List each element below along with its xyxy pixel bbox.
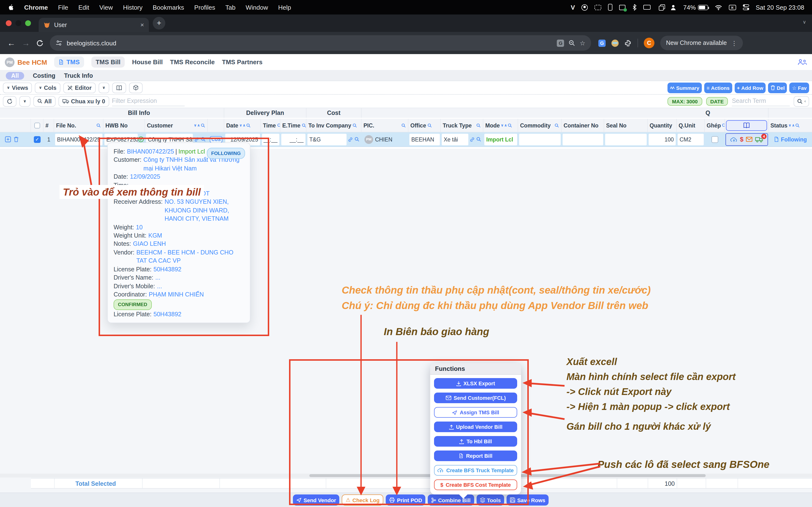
cost-icon[interactable]: $: [740, 136, 743, 143]
actions-button[interactable]: ≡Actions: [704, 82, 732, 93]
to-hbl-bill-button[interactable]: To Hbl Bill: [434, 436, 517, 447]
editor-button[interactable]: Editor: [63, 82, 95, 93]
col-commodity[interactable]: Commodity: [518, 119, 562, 132]
search-icon[interactable]: [476, 137, 481, 142]
tab-search-chevron-icon[interactable]: ∨: [803, 19, 806, 24]
subtab-costing[interactable]: Costing: [33, 72, 55, 79]
reload-icon[interactable]: [36, 39, 44, 47]
cell-quantity[interactable]: 100: [648, 132, 677, 146]
minimize-window-button[interactable]: [15, 20, 21, 26]
battery-indicator[interactable]: 74%: [683, 4, 708, 11]
menu-help[interactable]: Help: [278, 4, 291, 11]
add-icon[interactable]: [5, 136, 11, 143]
control-center-icon[interactable]: [743, 4, 749, 10]
record-icon[interactable]: [582, 4, 588, 10]
menu-window[interactable]: Window: [246, 4, 268, 11]
menu-view[interactable]: View: [99, 4, 113, 11]
check-log-button[interactable]: ⚠Check Log: [342, 495, 384, 506]
col-date[interactable]: Date∨∧: [224, 119, 261, 132]
cell-status[interactable]: Following: [768, 132, 812, 146]
cell-time[interactable]: __:__: [261, 132, 280, 146]
zoom-out-icon[interactable]: [569, 40, 575, 46]
add-row-button[interactable]: +Add Row: [734, 82, 766, 93]
tab-tms[interactable]: TMS: [54, 56, 84, 68]
create-bfs-truck-template-button[interactable]: Create BFS Truck Template: [434, 465, 517, 475]
brand[interactable]: PM Bee HCM: [5, 57, 47, 67]
search-term-input[interactable]: [732, 96, 790, 106]
cell-container-no[interactable]: [562, 132, 604, 146]
col-status[interactable]: Status∨∧: [768, 119, 812, 132]
more-menu-icon[interactable]: ⋮: [731, 39, 737, 47]
tools-button[interactable]: Tools: [476, 495, 504, 506]
translate-page-icon[interactable]: G: [557, 39, 564, 47]
google-translate-extension-icon[interactable]: G: [598, 39, 606, 47]
wifi-icon[interactable]: [715, 5, 722, 10]
forward-icon[interactable]: →: [22, 39, 30, 47]
extensions-puzzle-icon[interactable]: [624, 39, 632, 47]
refresh-button[interactable]: [3, 96, 16, 107]
menu-profiles[interactable]: Profiles: [194, 4, 215, 11]
print-pod-button[interactable]: Print POD: [386, 495, 425, 506]
col-customer[interactable]: Customer∨∧: [145, 119, 208, 132]
trash-icon[interactable]: [13, 136, 19, 143]
col-file-no[interactable]: File No.: [54, 119, 103, 132]
cell-mode[interactable]: Import Lcl: [483, 132, 518, 146]
tab-tms-reconcile[interactable]: TMS Reconcile: [170, 58, 215, 66]
cell-etime[interactable]: __:__: [280, 132, 306, 146]
queue-filter-button[interactable]: Chua xu ly 0: [58, 96, 109, 107]
filter-all-button[interactable]: All: [33, 96, 56, 107]
display-icon[interactable]: [644, 5, 651, 10]
horizontal-scrollbar[interactable]: [0, 474, 812, 477]
tab-tms-bill[interactable]: TMS Bill: [91, 56, 125, 68]
screenshot-icon[interactable]: [595, 5, 602, 10]
cols-button[interactable]: ∨Cols: [35, 82, 60, 93]
cell-commodity[interactable]: [518, 132, 562, 146]
col-to-inv-company[interactable]: To Inv Company: [306, 119, 361, 132]
send-vendor-button[interactable]: Send Vendor: [293, 495, 340, 506]
col-ghep[interactable]: Ghép: [705, 119, 725, 132]
vendor-truck-icon[interactable]: 4: [755, 136, 763, 142]
omnibox[interactable]: beelogistics.cloud G ☆: [50, 35, 591, 51]
menu-tab[interactable]: Tab: [225, 4, 236, 11]
create-bfs-cost-template-button[interactable]: $Create BFS Cost Template: [434, 480, 517, 490]
new-tab-button[interactable]: +: [153, 17, 165, 30]
cell-qunit[interactable]: CM2: [677, 132, 705, 146]
stage-manager-icon[interactable]: [659, 6, 664, 10]
search-icon[interactable]: [201, 137, 206, 142]
cloud-upload-icon[interactable]: [730, 136, 738, 142]
menu-edit[interactable]: Edit: [78, 4, 89, 11]
col-qunit[interactable]: Q.Unit: [677, 119, 705, 132]
cell-pic[interactable]: PMCHIEN: [361, 132, 408, 146]
col-quick-actions[interactable]: [725, 119, 768, 132]
update-chrome-button[interactable]: New Chrome available ⋮: [660, 36, 743, 50]
mail-icon[interactable]: [746, 137, 753, 142]
input-source-icon[interactable]: ⌘: [729, 5, 736, 10]
col-mode[interactable]: Mode∨∧: [483, 119, 518, 132]
book-view-button[interactable]: [112, 82, 126, 93]
send-customer-button[interactable]: Send Customer(FCL): [434, 393, 517, 403]
col-office[interactable]: Office: [408, 119, 441, 132]
col-truck-type[interactable]: Truck Type: [441, 119, 483, 132]
menu-chrome[interactable]: Chrome: [24, 4, 48, 11]
subtab-all[interactable]: All: [6, 72, 24, 79]
avatar-extension-icon[interactable]: [611, 39, 619, 47]
row-checkbox[interactable]: ✓: [31, 132, 44, 146]
cube-button[interactable]: [129, 82, 143, 93]
zoom-window-button[interactable]: [25, 20, 31, 26]
summary-button[interactable]: Summary: [667, 82, 702, 93]
users-icon[interactable]: [798, 59, 807, 65]
cell-to-inv-company[interactable]: T&G: [306, 132, 361, 146]
link-icon[interactable]: [469, 136, 475, 142]
menu-file[interactable]: File: [58, 4, 68, 11]
col-etime[interactable]: E.Time: [280, 119, 306, 132]
combine-bill-button[interactable]: Combine Bill: [428, 495, 474, 506]
col-seal-no[interactable]: Seal No: [604, 119, 648, 132]
browser-tab[interactable]: User ×: [39, 18, 149, 32]
refresh-dropdown-button[interactable]: ∨: [19, 96, 30, 107]
menu-history[interactable]: History: [123, 4, 143, 11]
back-icon[interactable]: ←: [7, 39, 15, 47]
cell-file-no[interactable]: BIHAN007422/25: [54, 132, 103, 146]
bluetooth-icon[interactable]: [632, 4, 637, 11]
delete-button[interactable]: Del: [768, 82, 787, 93]
report-bill-button[interactable]: Report Bill: [434, 451, 517, 461]
